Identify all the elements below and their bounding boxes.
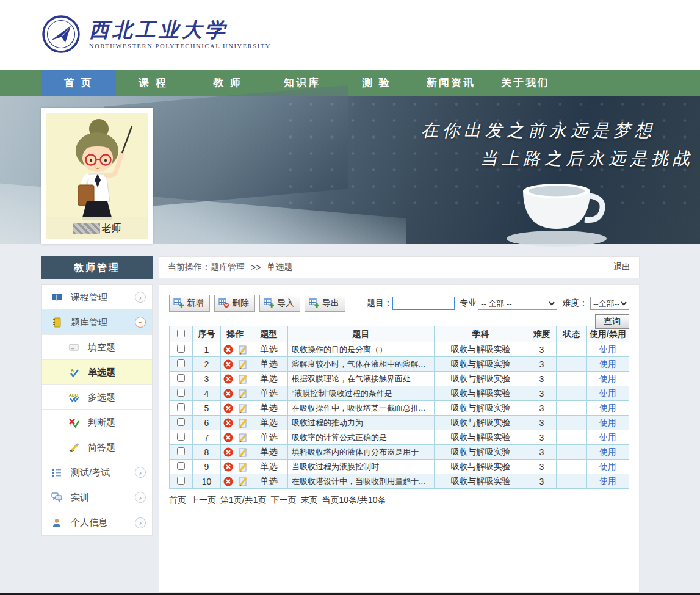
row-number: 8	[193, 445, 221, 460]
delete-row-icon[interactable]	[223, 374, 233, 384]
question-type: 单选	[250, 386, 288, 401]
difficulty-filter-select[interactable]: --全部--	[590, 297, 629, 310]
add-button[interactable]: 新增	[169, 295, 210, 312]
sidebar-menu: 课程管理 › 题库管理 › 填空题	[41, 284, 153, 536]
row-checkbox[interactable]	[177, 403, 185, 411]
table-row: 7 单选 吸收率的计算公式正确的是 吸收与解吸实验 3	[170, 430, 629, 445]
sidebar-item-single-choice[interactable]: A 单选题	[42, 360, 152, 385]
edit-row-icon[interactable]	[238, 447, 248, 457]
slogan-line-1: 在你出发之前永远是梦想	[421, 119, 694, 142]
row-checkbox[interactable]	[177, 477, 185, 485]
sidebar-item-practical-training[interactable]: 实训 ›	[42, 485, 152, 510]
question-title[interactable]: 吸收过程的推动力为	[288, 416, 435, 430]
edit-row-icon[interactable]	[238, 345, 248, 355]
question-difficulty: 3	[527, 372, 557, 386]
delete-row-icon[interactable]	[223, 433, 233, 442]
sidebar-item-true-false[interactable]: 判断题	[42, 410, 152, 435]
question-title[interactable]: 溶解度较小时，气体在液相中的溶解...	[288, 357, 435, 372]
row-actions	[221, 342, 250, 357]
question-title[interactable]: 吸收率的计算公式正确的是	[288, 430, 435, 445]
pagination-link[interactable]: 下一页	[270, 495, 296, 505]
breadcrumb: 当前操作：题库管理 >> 单选题 退出	[159, 256, 640, 278]
table-row: 8 单选 填料吸收塔内的液体再分布器是用于 吸收与解吸实验 3	[170, 445, 629, 460]
edit-row-icon[interactable]	[238, 433, 248, 442]
sidebar-item-course-management[interactable]: 课程管理 ›	[42, 285, 152, 310]
usage-toggle-link[interactable]: 使用	[599, 388, 616, 398]
delete-button[interactable]: 删除	[214, 295, 255, 312]
edit-row-icon[interactable]	[238, 403, 248, 413]
sidebar-item-question-bank[interactable]: 题库管理 ›	[42, 310, 152, 335]
nav-item-tests[interactable]: 测 验	[339, 70, 414, 96]
pagination-link[interactable]: 末页	[300, 495, 317, 505]
delete-row-icon[interactable]	[223, 462, 233, 472]
question-title[interactable]: 根据双膜理论，在气液接触界面处	[288, 372, 435, 386]
row-checkbox[interactable]	[177, 359, 185, 367]
hero-banner: 在你出发之前永远是梦想 当上路之后永远是挑战	[0, 96, 700, 244]
table-row: 1 单选 吸收操作的目的是分离（） 吸收与解吸实验 3	[170, 342, 629, 357]
pagination-link[interactable]: 上一页	[190, 495, 216, 505]
sidebar-item-personal-info[interactable]: 个人信息 ›	[42, 510, 152, 535]
sidebar-item-label: 测试/考试	[71, 467, 110, 478]
delete-row-icon[interactable]	[223, 477, 233, 486]
logout-button[interactable]: 退出	[613, 262, 630, 273]
sidebar-item-short-answer[interactable]: 简答题	[42, 435, 152, 460]
delete-row-icon[interactable]	[223, 359, 233, 369]
export-button[interactable]: 导出	[305, 295, 345, 312]
usage-toggle-link[interactable]: 使用	[599, 476, 616, 486]
question-title[interactable]: 当吸收过程为液膜控制时	[288, 460, 435, 474]
nav-item-teachers[interactable]: 教 师	[190, 70, 265, 96]
row-checkbox[interactable]	[177, 374, 185, 382]
main-panel: 当前操作：题库管理 >> 单选题 退出 新增	[159, 256, 640, 593]
question-title[interactable]: “液膜控制”吸收过程的条件是	[288, 386, 435, 401]
row-checkbox[interactable]	[177, 433, 185, 441]
delete-row-icon[interactable]	[223, 447, 233, 457]
question-title[interactable]: 在吸收操作中，吸收塔某一截面总推...	[288, 401, 435, 416]
row-checkbox[interactable]	[177, 418, 185, 426]
question-title[interactable]: 在吸收塔设计中，当吸收剂用量趋于...	[288, 474, 435, 489]
delete-row-icon[interactable]	[223, 418, 233, 428]
delete-row-icon[interactable]	[223, 403, 233, 413]
edit-row-icon[interactable]	[238, 374, 248, 384]
row-checkbox[interactable]	[177, 447, 185, 455]
nav-item-home[interactable]: 首 页	[41, 70, 116, 96]
query-button[interactable]: 查询	[595, 314, 629, 329]
edit-row-icon[interactable]	[238, 462, 248, 472]
question-status	[557, 342, 587, 357]
edit-row-icon[interactable]	[238, 389, 248, 398]
sidebar-item-fill-blank[interactable]: 填空题	[42, 335, 152, 360]
delete-row-icon[interactable]	[223, 345, 233, 355]
question-title[interactable]: 吸收操作的目的是分离（）	[288, 342, 435, 357]
edit-row-icon[interactable]	[238, 418, 248, 428]
sidebar-item-tests-exams[interactable]: 测试/考试 ›	[42, 460, 152, 485]
usage-toggle-link[interactable]: 使用	[599, 417, 616, 427]
delete-row-icon[interactable]	[223, 389, 233, 398]
nav-item-news[interactable]: 新闻资讯	[414, 70, 488, 96]
nav-item-courses[interactable]: 课 程	[116, 70, 190, 96]
usage-toggle-link[interactable]: 使用	[599, 344, 616, 354]
usage-toggle-link[interactable]: 使用	[599, 461, 616, 471]
major-filter-select[interactable]: -- 全部 --	[478, 297, 557, 310]
row-checkbox[interactable]	[177, 345, 185, 353]
row-checkbox[interactable]	[177, 389, 185, 397]
import-button-label: 导入	[277, 298, 294, 309]
edit-row-icon[interactable]	[238, 477, 248, 486]
usage-toggle-link[interactable]: 使用	[599, 432, 616, 442]
book-icon	[51, 292, 63, 303]
row-number: 2	[193, 357, 221, 372]
usage-toggle-link[interactable]: 使用	[599, 359, 616, 369]
nav-item-about[interactable]: 关于我们	[488, 70, 563, 96]
import-button[interactable]: 导入	[259, 295, 300, 312]
usage-toggle-link[interactable]: 使用	[599, 373, 616, 383]
select-all-checkbox[interactable]	[177, 330, 185, 337]
question-status	[557, 357, 587, 372]
question-title[interactable]: 填料吸收塔内的液体再分布器是用于	[288, 445, 435, 460]
question-subject: 吸收与解吸实验	[435, 430, 527, 445]
usage-toggle-link[interactable]: 使用	[599, 447, 616, 456]
row-checkbox[interactable]	[177, 462, 185, 470]
edit-row-icon[interactable]	[238, 359, 248, 369]
sidebar-item-multi-choice[interactable]: ABC 多选题	[42, 385, 152, 410]
usage-toggle-link[interactable]: 使用	[599, 403, 616, 413]
pagination-link[interactable]: 首页	[169, 495, 186, 505]
sidebar-item-label: 简答题	[88, 442, 115, 453]
question-filter-input[interactable]	[392, 297, 455, 310]
